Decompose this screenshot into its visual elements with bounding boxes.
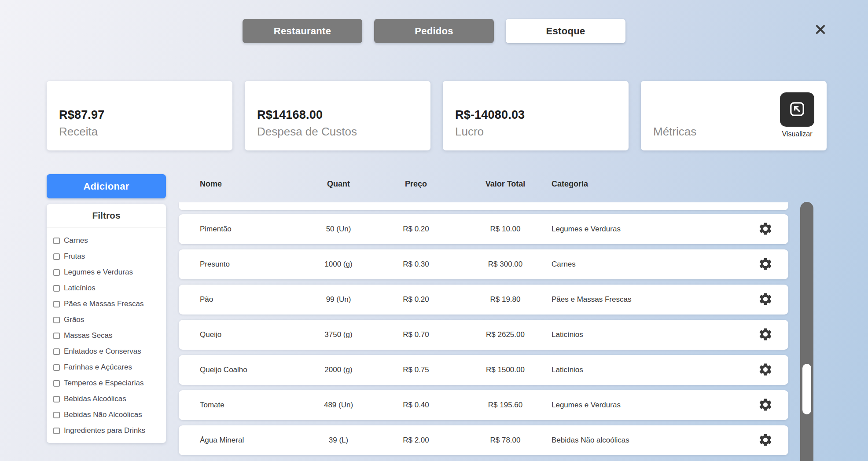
row-settings-button[interactable] [755,289,776,310]
filter-checkbox-item[interactable]: Frutas [53,249,162,264]
filter-label: Bebidas Não Alcoólicas [64,410,142,419]
table-body: Pimentão 50 (Un) R$ 0.20 R$ 10.00 Legume… [179,214,788,455]
table-header-row: Nome Quant Preço Valor Total Categoria [179,174,788,194]
filter-label: Legumes e Verduras [64,268,133,277]
gear-icon [758,327,773,343]
checkbox-icon[interactable] [53,396,60,402]
scrollbar-track[interactable] [800,202,813,461]
cell-nome: Tomate [179,401,311,410]
checkbox-icon[interactable] [53,333,60,339]
filter-checkbox-item[interactable]: Temperos e Especiarias [53,375,162,391]
table-row: Tomate 489 (Un) R$ 0.40 R$ 195.60 Legume… [179,390,788,420]
gear-icon [758,397,773,413]
cell-preco: R$ 0.20 [366,225,466,234]
cell-categoria: Laticínios [545,366,749,374]
cell-preco: R$ 0.70 [366,330,466,339]
filter-checkbox-item[interactable]: Ingredientes para Drinks [53,423,162,439]
filter-checkbox-item[interactable]: Massas Secas [53,328,162,344]
cell-preco: R$ 2.00 [366,436,466,445]
table-row: Queijo Coalho 2000 (g) R$ 0.75 R$ 1500.0… [179,355,788,385]
checkbox-icon[interactable] [53,253,60,260]
filter-checkbox-item[interactable]: Farinhas e Açúcares [53,359,162,375]
header-categoria: Categoria [545,179,749,189]
receita-label: Receita [59,125,98,139]
receita-value: R$87.97 [59,108,104,122]
row-settings-button[interactable] [755,254,776,275]
row-settings-button[interactable] [755,219,776,240]
row-settings-button[interactable] [755,359,776,381]
cell-quant: 50 (Un) [311,225,366,234]
cell-preco: R$ 0.20 [366,295,466,304]
checkbox-icon[interactable] [53,269,60,276]
filter-checkbox-item[interactable]: Enlatados e Conservas [53,344,162,359]
estoque-screen: Restaurante Pedidos Estoque R$87.97 Rece… [0,0,868,461]
gear-icon [758,292,773,308]
table-row: Água Mineral 39 (L) R$ 2.00 R$ 78.00 Beb… [179,425,788,455]
header-valor-total: Valor Total [466,179,545,189]
checkbox-icon[interactable] [53,364,60,371]
filter-checkbox-item[interactable]: Bebidas Não Alcoólicas [53,407,162,423]
metric-card-despesa: R$14168.00 Despesa de Custos [245,81,430,150]
adicionar-button[interactable]: Adicionar [47,174,166,198]
filter-label: Frutas [64,252,85,261]
cell-categoria: Carnes [545,260,749,269]
header-nome: Nome [179,179,311,189]
filter-checkbox-item[interactable]: Legumes e Verduras [53,264,162,280]
cell-categoria: Legumes e Verduras [545,401,749,410]
open-metrics-arrow-icon [787,99,807,121]
tab-restaurante[interactable]: Restaurante [243,19,362,43]
filter-checkbox-item[interactable]: Carnes [53,233,162,249]
cell-valor-total: R$ 1500.00 [466,366,545,374]
header-preco: Preço [366,179,466,189]
gear-icon [758,256,773,273]
top-tab-bar: Restaurante Pedidos Estoque [0,19,868,43]
close-button[interactable] [812,21,829,39]
cell-nome: Água Mineral [179,436,311,445]
row-settings-button[interactable] [755,324,776,345]
cell-quant: 99 (Un) [311,295,366,304]
row-settings-button[interactable] [755,430,776,451]
metric-card-lucro: R$-14080.03 Lucro [443,81,629,150]
filter-label: Temperos e Especiarias [64,379,143,388]
cell-valor-total: R$ 19.80 [466,295,545,304]
filter-label: Pães e Massas Frescas [64,300,143,308]
cell-categoria: Bebidas Não alcoólicas [545,436,749,445]
cell-nome: Queijo Coalho [179,366,311,374]
filter-checkbox-item[interactable]: Grãos [53,312,162,328]
checkbox-icon[interactable] [53,317,60,323]
cell-categoria: Pães e Massas Frescas [545,295,749,304]
tab-pedidos[interactable]: Pedidos [374,19,494,43]
filter-label: Bebidas Alcoólicas [64,395,126,403]
cell-preco: R$ 0.75 [366,366,466,374]
checkbox-icon[interactable] [53,348,60,355]
filter-label: Ingredientes para Drinks [64,426,145,435]
checkbox-icon[interactable] [53,380,60,387]
filter-checkbox-item[interactable]: Laticínios [53,280,162,296]
row-settings-button[interactable] [755,395,776,416]
scrollbar-thumb[interactable] [802,364,811,414]
despesa-value: R$14168.00 [257,108,323,122]
filter-checkbox-item[interactable]: Pães e Massas Frescas [53,296,162,312]
checkbox-icon[interactable] [53,285,60,292]
checkbox-icon[interactable] [53,428,60,434]
metric-card-receita: R$87.97 Receita [47,81,232,150]
filter-label: Enlatados e Conservas [64,347,141,356]
gear-icon [758,362,773,378]
checkbox-icon[interactable] [53,238,60,244]
filters-title: Filtros [47,204,166,227]
table-row: Pimentão 50 (Un) R$ 0.20 R$ 10.00 Legume… [179,214,788,244]
cell-preco: R$ 0.40 [366,401,466,410]
visualizar-metricas-button[interactable] [780,92,814,127]
cell-quant: 3750 (g) [311,330,366,339]
cell-valor-total: R$ 2625.00 [466,330,545,339]
filter-checkbox-item[interactable]: Bebidas Alcoólicas [53,391,162,407]
tab-estoque[interactable]: Estoque [506,19,625,43]
filter-label: Grãos [64,315,84,324]
inventory-table: Nome Quant Preço Valor Total Categoria P… [179,174,788,455]
lucro-value: R$-14080.03 [455,108,525,122]
checkbox-icon[interactable] [53,301,60,307]
lucro-label: Lucro [455,125,484,139]
checkbox-icon[interactable] [53,412,60,418]
cell-categoria: Laticínios [545,330,749,339]
close-icon [814,23,827,37]
